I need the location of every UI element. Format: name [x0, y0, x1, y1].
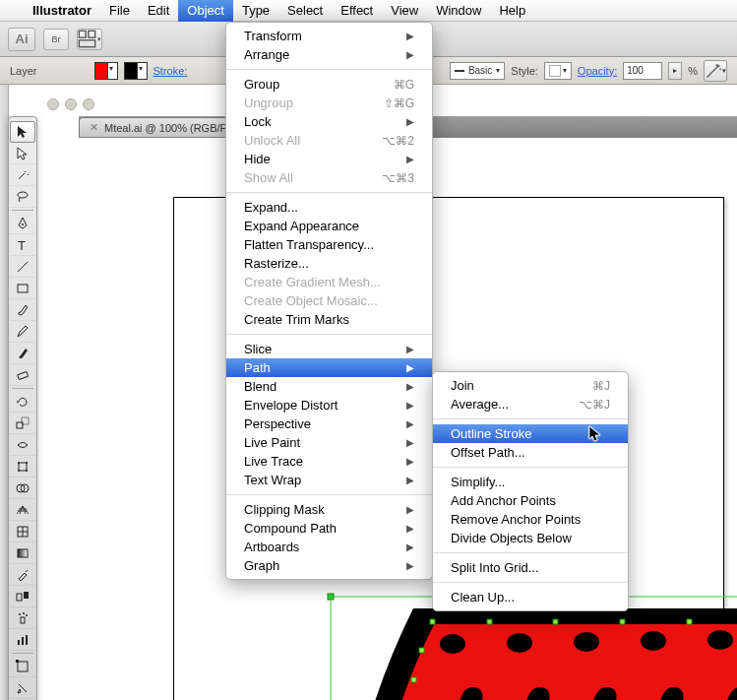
window-controls [47, 98, 94, 110]
mi-average[interactable]: Average...⌥⌘J [433, 395, 628, 414]
symbol-sprayer-tool[interactable] [10, 607, 35, 629]
perspective-grid-tool[interactable] [10, 499, 35, 521]
svg-point-52 [23, 612, 25, 614]
mi-clipping-mask[interactable]: Clipping Mask▶ [226, 500, 432, 519]
mi-arrange[interactable]: Arrange▶ [226, 45, 432, 64]
mi-path[interactable]: Path▶ [226, 358, 432, 377]
mi-group[interactable]: Group⌘G [226, 75, 432, 94]
svg-rect-48 [17, 594, 22, 601]
fill-swatch[interactable] [94, 62, 118, 80]
svg-point-42 [18, 470, 20, 472]
mi-graph[interactable]: Graph▶ [226, 556, 432, 575]
mesh-tool[interactable] [10, 521, 35, 542]
width-tool[interactable] [10, 434, 35, 456]
eraser-tool[interactable] [10, 364, 35, 386]
svg-rect-21 [620, 619, 625, 624]
mi-split-into-grid[interactable]: Split Into Grid... [433, 558, 628, 577]
menu-type[interactable]: Type [233, 0, 278, 22]
slice-tool[interactable] [10, 677, 35, 699]
close-window-icon[interactable] [47, 98, 59, 110]
artboard-tool[interactable] [10, 656, 35, 677]
mi-perspective[interactable]: Perspective▶ [226, 414, 432, 433]
menu-select[interactable]: Select [278, 0, 332, 22]
mi-transform[interactable]: Transform▶ [226, 27, 432, 45]
app-menu[interactable]: Illustrator [24, 0, 100, 22]
free-transform-tool[interactable] [10, 456, 35, 477]
minimize-window-icon[interactable] [65, 98, 77, 110]
mi-lock[interactable]: Lock▶ [226, 112, 432, 131]
stroke-link[interactable]: Stroke: [154, 65, 188, 77]
mi-add-anchor-points[interactable]: Add Anchor Points [433, 491, 628, 510]
mi-slice[interactable]: Slice▶ [226, 340, 432, 358]
mi-blend[interactable]: Blend▶ [226, 377, 432, 396]
mi-offset-path[interactable]: Offset Path... [433, 443, 628, 462]
svg-rect-20 [553, 619, 558, 624]
mi-unlock-all: Unlock All⌥⌘2 [226, 131, 432, 150]
menu-file[interactable]: File [100, 0, 139, 22]
magic-wand-tool[interactable] [10, 164, 35, 186]
menu-window[interactable]: Window [427, 0, 490, 22]
svg-rect-36 [18, 371, 29, 379]
menu-view[interactable]: View [382, 0, 427, 22]
mi-join[interactable]: Join⌘J [433, 376, 628, 395]
scale-tool[interactable] [10, 413, 35, 434]
cursor-icon [588, 425, 602, 443]
menu-edit[interactable]: Edit [139, 0, 178, 22]
svg-point-7 [641, 631, 666, 651]
svg-rect-0 [79, 31, 86, 37]
mi-text-wrap[interactable]: Text Wrap▶ [226, 471, 432, 489]
selection-tool[interactable] [10, 121, 35, 143]
mi-envelope-distort[interactable]: Envelope Distort▶ [226, 396, 432, 414]
stroke-swatch[interactable] [124, 62, 148, 80]
rectangle-tool[interactable] [10, 278, 35, 299]
menu-help[interactable]: Help [490, 0, 534, 22]
wand-prefs-icon[interactable]: ▾ [704, 60, 727, 82]
svg-rect-1 [89, 31, 95, 37]
mi-show-all: Show All⌥⌘3 [226, 168, 432, 187]
opacity-link[interactable]: Opacity: [578, 65, 617, 77]
svg-rect-22 [687, 619, 692, 624]
svg-text:T: T [18, 238, 26, 252]
shape-builder-tool[interactable] [10, 477, 35, 499]
type-tool[interactable]: T [10, 234, 35, 256]
svg-rect-50 [21, 617, 25, 623]
mi-clean-up[interactable]: Clean Up... [433, 588, 628, 606]
mi-hide[interactable]: Hide▶ [226, 150, 432, 168]
gradient-tool[interactable] [10, 542, 35, 564]
style-select[interactable]: ▾ [544, 62, 572, 80]
mi-remove-anchor-points[interactable]: Remove Anchor Points [433, 510, 628, 529]
mi-divide-objects-below[interactable]: Divide Objects Below [433, 529, 628, 547]
layer-label: Layer [10, 65, 37, 77]
blend-tool[interactable] [10, 586, 35, 607]
lasso-tool[interactable] [10, 186, 35, 208]
mi-simplify[interactable]: Simplify... [433, 473, 628, 491]
mi-live-trace[interactable]: Live Trace▶ [226, 452, 432, 471]
arrange-docs-icon[interactable]: ▾ [77, 29, 102, 50]
paintbrush-tool[interactable] [10, 299, 35, 321]
line-tool[interactable] [10, 256, 35, 278]
rotate-tool[interactable] [10, 391, 35, 413]
mi-compound-path[interactable]: Compound Path▶ [226, 519, 432, 538]
pencil-tool[interactable] [10, 321, 35, 343]
menu-object[interactable]: Object [178, 0, 233, 22]
opacity-stepper[interactable]: ▸ [668, 62, 682, 80]
eyedropper-tool[interactable] [10, 564, 35, 586]
mi-expand-appearance[interactable]: Expand Appearance [226, 217, 432, 235]
direct-selection-tool[interactable] [10, 143, 35, 164]
close-tab-icon[interactable]: ✕ [90, 121, 98, 134]
mi-live-paint[interactable]: Live Paint▶ [226, 433, 432, 452]
mi-create-trim-marks[interactable]: Create Trim Marks [226, 310, 432, 329]
mi-rasterize[interactable]: Rasterize... [226, 254, 432, 273]
brush-select[interactable]: Basic▾ [450, 62, 505, 80]
menu-effect[interactable]: Effect [332, 0, 382, 22]
blob-brush-tool[interactable] [10, 343, 35, 364]
graph-tool[interactable] [10, 629, 35, 651]
pen-tool[interactable] [10, 213, 35, 234]
svg-rect-19 [487, 619, 492, 624]
mi-artboards[interactable]: Artboards▶ [226, 538, 432, 556]
mi-expand[interactable]: Expand... [226, 198, 432, 217]
bridge-icon[interactable]: Br [43, 29, 69, 50]
mi-flatten-transparency[interactable]: Flatten Transparency... [226, 235, 432, 254]
opacity-input[interactable]: 100 [623, 62, 662, 80]
zoom-window-icon[interactable] [83, 98, 94, 110]
